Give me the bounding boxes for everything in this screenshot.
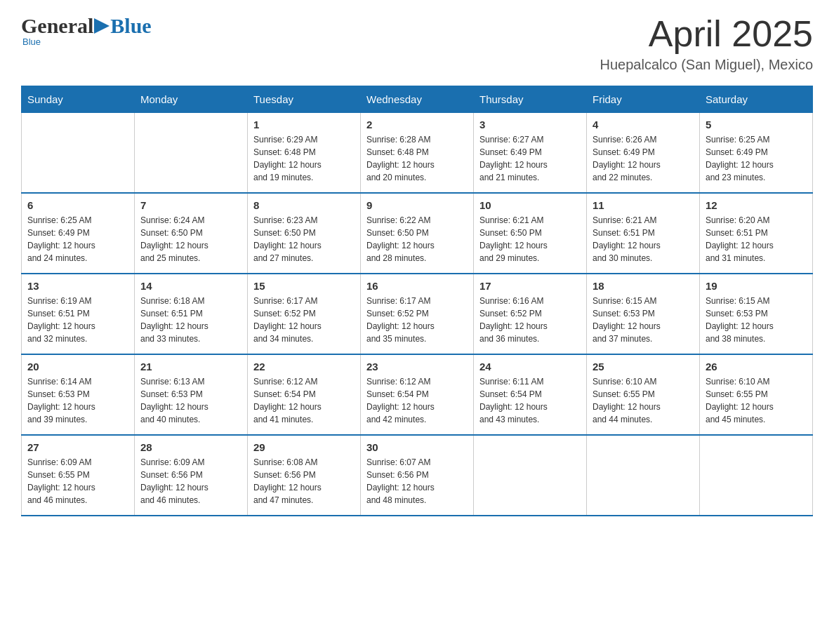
day-cell: 22Sunrise: 6:12 AM Sunset: 6:54 PM Dayli…: [248, 354, 361, 435]
day-cell: [474, 435, 587, 516]
month-title: April 2025: [600, 14, 813, 54]
day-number: 21: [140, 361, 241, 373]
day-cell: 29Sunrise: 6:08 AM Sunset: 6:56 PM Dayli…: [248, 435, 361, 516]
day-cell: [587, 435, 700, 516]
column-header-saturday: Saturday: [700, 86, 813, 113]
day-number: 24: [479, 361, 581, 373]
day-number: 18: [593, 280, 694, 292]
day-cell: 13Sunrise: 6:19 AM Sunset: 6:51 PM Dayli…: [22, 274, 135, 354]
day-info: Sunrise: 6:11 AM Sunset: 6:54 PM Dayligh…: [479, 375, 581, 426]
day-info: Sunrise: 6:17 AM Sunset: 6:52 PM Dayligh…: [366, 295, 468, 345]
week-row-4: 20Sunrise: 6:14 AM Sunset: 6:53 PM Dayli…: [22, 354, 813, 435]
day-number: 12: [706, 199, 807, 211]
day-cell: 4Sunrise: 6:26 AM Sunset: 6:49 PM Daylig…: [587, 113, 700, 194]
day-number: 1: [253, 119, 355, 130]
day-number: 15: [253, 280, 355, 292]
day-cell: 10Sunrise: 6:21 AM Sunset: 6:50 PM Dayli…: [474, 193, 587, 274]
day-cell: 20Sunrise: 6:14 AM Sunset: 6:53 PM Dayli…: [22, 354, 135, 435]
day-info: Sunrise: 6:21 AM Sunset: 6:51 PM Dayligh…: [593, 214, 694, 264]
day-cell: 26Sunrise: 6:10 AM Sunset: 6:55 PM Dayli…: [700, 354, 813, 435]
week-row-1: 1Sunrise: 6:29 AM Sunset: 6:48 PM Daylig…: [22, 113, 813, 194]
day-number: 5: [706, 119, 807, 130]
svg-marker-0: [94, 18, 110, 34]
day-cell: 28Sunrise: 6:09 AM Sunset: 6:56 PM Dayli…: [135, 435, 248, 516]
page-header: General Blue Blue April 2025 Huepalcalco…: [21, 14, 813, 73]
day-info: Sunrise: 6:26 AM Sunset: 6:49 PM Dayligh…: [593, 133, 694, 184]
day-number: 30: [366, 441, 468, 453]
day-info: Sunrise: 6:23 AM Sunset: 6:50 PM Dayligh…: [253, 214, 355, 264]
day-number: 9: [366, 199, 468, 211]
day-cell: 11Sunrise: 6:21 AM Sunset: 6:51 PM Dayli…: [587, 193, 700, 274]
day-info: Sunrise: 6:09 AM Sunset: 6:56 PM Dayligh…: [140, 456, 241, 507]
calendar-header-row: SundayMondayTuesdayWednesdayThursdayFrid…: [22, 86, 813, 113]
day-info: Sunrise: 6:08 AM Sunset: 6:56 PM Dayligh…: [253, 456, 355, 507]
day-number: 6: [27, 199, 128, 211]
day-number: 17: [479, 280, 581, 292]
day-cell: 18Sunrise: 6:15 AM Sunset: 6:53 PM Dayli…: [587, 274, 700, 354]
day-cell: 9Sunrise: 6:22 AM Sunset: 6:50 PM Daylig…: [361, 193, 474, 274]
column-header-sunday: Sunday: [22, 86, 135, 113]
day-info: Sunrise: 6:29 AM Sunset: 6:48 PM Dayligh…: [253, 133, 355, 184]
column-header-monday: Monday: [135, 86, 248, 113]
day-info: Sunrise: 6:12 AM Sunset: 6:54 PM Dayligh…: [253, 375, 355, 426]
logo-blue-text: Blue: [110, 14, 151, 38]
day-number: 3: [479, 119, 581, 130]
day-info: Sunrise: 6:12 AM Sunset: 6:54 PM Dayligh…: [366, 375, 468, 426]
day-info: Sunrise: 6:15 AM Sunset: 6:53 PM Dayligh…: [706, 295, 807, 345]
week-row-3: 13Sunrise: 6:19 AM Sunset: 6:51 PM Dayli…: [22, 274, 813, 354]
day-cell: 17Sunrise: 6:16 AM Sunset: 6:52 PM Dayli…: [474, 274, 587, 354]
day-cell: [700, 435, 813, 516]
day-number: 23: [366, 361, 468, 373]
week-row-5: 27Sunrise: 6:09 AM Sunset: 6:55 PM Dayli…: [22, 435, 813, 516]
day-info: Sunrise: 6:28 AM Sunset: 6:48 PM Dayligh…: [366, 133, 468, 184]
day-info: Sunrise: 6:21 AM Sunset: 6:50 PM Dayligh…: [479, 214, 581, 264]
day-cell: 23Sunrise: 6:12 AM Sunset: 6:54 PM Dayli…: [361, 354, 474, 435]
day-number: 8: [253, 199, 355, 211]
day-info: Sunrise: 6:27 AM Sunset: 6:49 PM Dayligh…: [479, 133, 581, 184]
day-cell: 2Sunrise: 6:28 AM Sunset: 6:48 PM Daylig…: [361, 113, 474, 194]
week-row-2: 6Sunrise: 6:25 AM Sunset: 6:49 PM Daylig…: [22, 193, 813, 274]
day-cell: 19Sunrise: 6:15 AM Sunset: 6:53 PM Dayli…: [700, 274, 813, 354]
day-number: 25: [593, 361, 694, 373]
column-header-friday: Friday: [587, 86, 700, 113]
day-cell: 24Sunrise: 6:11 AM Sunset: 6:54 PM Dayli…: [474, 354, 587, 435]
logo-arrow-icon: [94, 18, 110, 34]
column-header-wednesday: Wednesday: [361, 86, 474, 113]
day-info: Sunrise: 6:25 AM Sunset: 6:49 PM Dayligh…: [706, 133, 807, 184]
column-header-thursday: Thursday: [474, 86, 587, 113]
day-cell: 30Sunrise: 6:07 AM Sunset: 6:56 PM Dayli…: [361, 435, 474, 516]
day-number: 13: [27, 280, 128, 292]
day-number: 14: [140, 280, 241, 292]
day-info: Sunrise: 6:07 AM Sunset: 6:56 PM Dayligh…: [366, 456, 468, 507]
day-cell: 16Sunrise: 6:17 AM Sunset: 6:52 PM Dayli…: [361, 274, 474, 354]
day-cell: 27Sunrise: 6:09 AM Sunset: 6:55 PM Dayli…: [22, 435, 135, 516]
title-section: April 2025 Huepalcalco (San Miguel), Mex…: [600, 14, 813, 73]
day-cell: [135, 113, 248, 194]
day-cell: 7Sunrise: 6:24 AM Sunset: 6:50 PM Daylig…: [135, 193, 248, 274]
day-number: 7: [140, 199, 241, 211]
day-info: Sunrise: 6:15 AM Sunset: 6:53 PM Dayligh…: [593, 295, 694, 345]
day-cell: [22, 113, 135, 194]
day-number: 29: [253, 441, 355, 453]
day-info: Sunrise: 6:22 AM Sunset: 6:50 PM Dayligh…: [366, 214, 468, 264]
day-cell: 8Sunrise: 6:23 AM Sunset: 6:50 PM Daylig…: [248, 193, 361, 274]
day-cell: 15Sunrise: 6:17 AM Sunset: 6:52 PM Dayli…: [248, 274, 361, 354]
day-cell: 12Sunrise: 6:20 AM Sunset: 6:51 PM Dayli…: [700, 193, 813, 274]
day-info: Sunrise: 6:13 AM Sunset: 6:53 PM Dayligh…: [140, 375, 241, 426]
day-number: 27: [27, 441, 128, 453]
day-number: 11: [593, 199, 694, 211]
location-title: Huepalcalco (San Miguel), Mexico: [600, 57, 813, 73]
day-cell: 1Sunrise: 6:29 AM Sunset: 6:48 PM Daylig…: [248, 113, 361, 194]
day-info: Sunrise: 6:18 AM Sunset: 6:51 PM Dayligh…: [140, 295, 241, 345]
day-number: 28: [140, 441, 241, 453]
day-info: Sunrise: 6:09 AM Sunset: 6:55 PM Dayligh…: [27, 456, 128, 507]
logo-tagline: Blue: [21, 36, 152, 47]
day-info: Sunrise: 6:10 AM Sunset: 6:55 PM Dayligh…: [593, 375, 694, 426]
logo-general-text: General: [21, 14, 93, 38]
day-number: 26: [706, 361, 807, 373]
day-cell: 14Sunrise: 6:18 AM Sunset: 6:51 PM Dayli…: [135, 274, 248, 354]
column-header-tuesday: Tuesday: [248, 86, 361, 113]
day-info: Sunrise: 6:25 AM Sunset: 6:49 PM Dayligh…: [27, 214, 128, 264]
day-cell: 5Sunrise: 6:25 AM Sunset: 6:49 PM Daylig…: [700, 113, 813, 194]
day-number: 19: [706, 280, 807, 292]
